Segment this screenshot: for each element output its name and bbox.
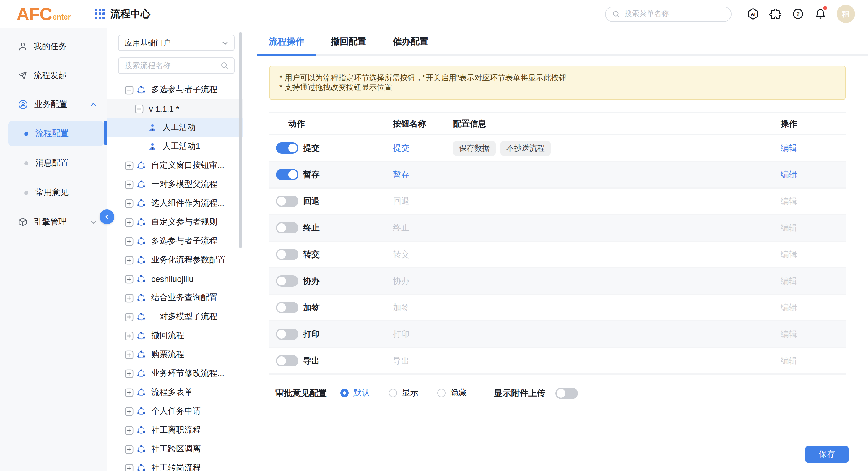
tree-node[interactable]: 社工跨区调离: [107, 440, 243, 459]
tree-scrollbar[interactable]: [239, 32, 242, 248]
sidebar-item-my-tasks[interactable]: 我的任务: [0, 32, 107, 61]
opinion-config-label: 审批意见配置: [275, 387, 327, 399]
ai-assistant-icon[interactable]: AI: [747, 8, 759, 20]
tree-node[interactable]: 选人组件作为流程...: [107, 194, 243, 213]
tree-node[interactable]: 自定义窗口按钮审...: [107, 156, 243, 175]
edit-link[interactable]: 编辑: [780, 169, 797, 179]
expand-plus-icon[interactable]: [125, 256, 133, 264]
process-flow-icon: [136, 85, 146, 95]
bullet-dot-icon: [24, 191, 28, 195]
topbar-divider: [81, 7, 82, 21]
edit-link[interactable]: 编辑: [780, 276, 797, 285]
tab-withdraw-config[interactable]: 撤回配置: [319, 28, 378, 54]
row-toggle[interactable]: [276, 169, 299, 180]
expand-plus-icon[interactable]: [125, 464, 133, 471]
process-search-input[interactable]: 搜索流程名称: [118, 57, 235, 74]
radio-default[interactable]: 默认: [340, 388, 370, 398]
row-toggle[interactable]: [276, 222, 299, 233]
sidebar-item-engine-management[interactable]: 引擎管理: [0, 208, 107, 237]
expand-plus-icon[interactable]: [125, 407, 133, 416]
tree-node[interactable]: 个人任务申请: [107, 402, 243, 421]
tree-node[interactable]: 业务化流程参数配置: [107, 251, 243, 270]
edit-link[interactable]: 编辑: [780, 223, 797, 232]
tree-node[interactable]: 购票流程: [107, 345, 243, 364]
tab-process-operation[interactable]: 流程操作: [257, 28, 316, 54]
attachment-upload-toggle[interactable]: [555, 387, 578, 399]
app-select-dropdown[interactable]: 应用基础门户: [118, 35, 235, 51]
row-toggle[interactable]: [276, 143, 299, 154]
tree-node-activity[interactable]: 人工活动1: [107, 137, 243, 156]
banner-line-1: * 用户可以为流程指定环节选择所需按钮，"开关启用"表示对应环节表单将显示此按钮: [279, 73, 836, 83]
sidebar-item-process-config[interactable]: 流程配置: [0, 119, 107, 148]
sidebar-item-business-config[interactable]: 业务配置: [0, 90, 107, 119]
notification-bell-icon[interactable]: [814, 8, 827, 20]
radio-hide[interactable]: 隐藏: [437, 388, 467, 398]
process-flow-icon: [136, 161, 146, 170]
edit-link[interactable]: 编辑: [780, 143, 797, 153]
edit-link[interactable]: 编辑: [780, 303, 797, 312]
edit-link[interactable]: 编辑: [780, 356, 797, 365]
edit-link[interactable]: 编辑: [780, 329, 797, 339]
process-flow-icon: [136, 463, 146, 471]
sidebar-item-process-start[interactable]: 流程发起: [0, 61, 107, 90]
attachment-upload-label: 显示附件上传: [494, 387, 546, 399]
plugin-icon[interactable]: [769, 8, 782, 20]
menu-search-input[interactable]: 搜索菜单名称: [605, 6, 732, 22]
process-flow-icon: [136, 255, 146, 265]
tree-node[interactable]: 撤回流程: [107, 326, 243, 345]
expand-plus-icon[interactable]: [125, 331, 133, 340]
table-row-export: 导出 导出 编辑: [270, 348, 845, 375]
tree-node[interactable]: 多选参与者子流程...: [107, 232, 243, 251]
tree-node[interactable]: 社工转岗流程: [107, 459, 243, 471]
logo[interactable]: AFC enter: [17, 6, 71, 22]
expand-plus-icon[interactable]: [125, 426, 133, 435]
tree-node[interactable]: 多选参与者子流程: [107, 81, 243, 99]
help-icon[interactable]: ?: [792, 8, 804, 20]
save-button[interactable]: 保存: [805, 446, 848, 463]
expand-plus-icon[interactable]: [125, 275, 133, 283]
row-toggle[interactable]: [276, 355, 299, 367]
tree-node[interactable]: 自定义参与者规则: [107, 213, 243, 232]
expand-plus-icon[interactable]: [125, 312, 133, 321]
expand-plus-icon[interactable]: [125, 161, 133, 170]
sidebar-subitem-label: 消息配置: [35, 158, 68, 168]
tree-node[interactable]: 流程多表单: [107, 383, 243, 402]
row-toggle[interactable]: [276, 328, 299, 340]
active-item-indicator: [104, 121, 107, 146]
expand-plus-icon[interactable]: [125, 445, 133, 453]
collapse-minus-icon[interactable]: [125, 85, 133, 94]
expand-plus-icon[interactable]: [125, 293, 133, 302]
avatar[interactable]: 租: [837, 5, 855, 23]
action-table: 动作 按钮名称 配置信息 操作 提交 提交 保存数据 不抄送流程 编辑: [270, 112, 845, 375]
tree-node[interactable]: 结合业务查询配置: [107, 288, 243, 307]
expand-plus-icon[interactable]: [125, 199, 133, 208]
sidebar-subitem-label: 常用意见: [35, 187, 68, 198]
tree-node-version[interactable]: v 1.1.1 *: [107, 99, 243, 118]
tree-node[interactable]: 一对多模型父流程: [107, 175, 243, 194]
tree-node[interactable]: ceshiluojiliu: [107, 270, 243, 288]
expand-plus-icon[interactable]: [125, 237, 133, 246]
expand-plus-icon[interactable]: [125, 180, 133, 189]
radio-show[interactable]: 显示: [389, 388, 418, 398]
row-toggle[interactable]: [276, 196, 299, 207]
sidebar-collapse-button[interactable]: [99, 210, 114, 224]
row-toggle[interactable]: [276, 249, 299, 260]
menu-search-placeholder: 搜索菜单名称: [625, 9, 669, 19]
tree-node[interactable]: 社工离职流程: [107, 421, 243, 440]
edit-link[interactable]: 编辑: [780, 249, 797, 259]
expand-plus-icon[interactable]: [125, 350, 133, 359]
sidebar-item-message-config[interactable]: 消息配置: [0, 148, 107, 178]
tab-urge-config[interactable]: 催办配置: [381, 28, 440, 54]
tree-node-activity[interactable]: 人工活动: [107, 118, 243, 137]
logo-main: AFC: [17, 6, 52, 22]
collapse-minus-icon[interactable]: [135, 104, 144, 113]
expand-plus-icon[interactable]: [125, 369, 133, 378]
tree-node[interactable]: 业务环节修改流程...: [107, 364, 243, 383]
sidebar-item-common-opinions[interactable]: 常用意见: [0, 178, 107, 208]
row-toggle[interactable]: [276, 302, 299, 313]
row-toggle[interactable]: [276, 275, 299, 287]
tree-node[interactable]: 一对多模型子流程: [107, 307, 243, 326]
expand-plus-icon[interactable]: [125, 218, 133, 227]
edit-link[interactable]: 编辑: [780, 196, 797, 206]
expand-plus-icon[interactable]: [125, 388, 133, 397]
